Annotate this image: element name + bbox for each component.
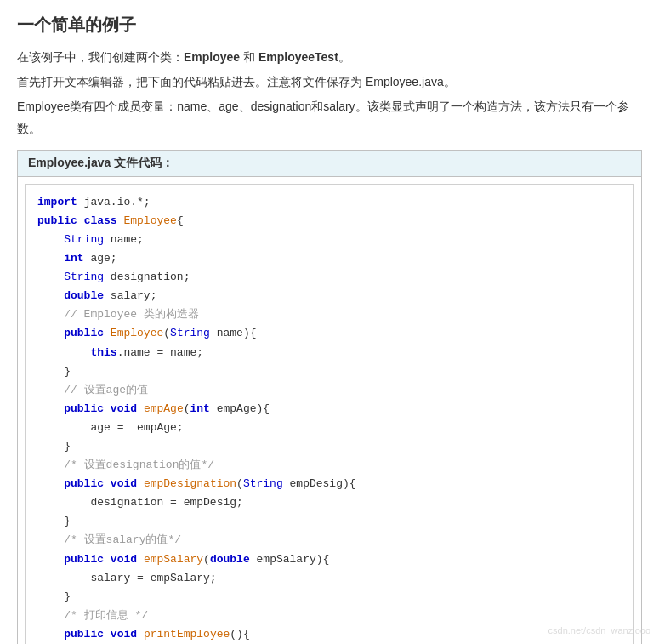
code-line: public class Employee{ [37,212,622,231]
code-block: import java.io.*; public class Employee{… [25,184,634,644]
code-line: public void empSalary(double empSalary){ [37,550,622,569]
code-line: public Employee(String name){ [37,324,622,343]
code-section: Employee.java 文件代码： import java.io.*; pu… [17,150,642,644]
intro-line1: 在该例子中，我们创建两个类：Employee 和 EmployeeTest。 [17,47,642,68]
code-line: this.name = name; [37,344,622,362]
code-line: // Employee 类的构造器 [37,305,622,324]
code-line: int age; [37,249,622,268]
code-line: public void printEmployee(){ [37,625,622,644]
code-line: age = empAge; [37,419,622,437]
page-title: 一个简单的例子 [17,14,642,37]
intro-line3: Employee类有四个成员变量：name、age、designation和sa… [17,96,642,139]
code-line: double salary; [37,287,622,305]
code-line: } [37,437,622,456]
code-line: String designation; [37,268,622,287]
code-line: /* 设置designation的值*/ [37,456,622,475]
code-line: } [37,362,622,381]
code-line: String name; [37,231,622,249]
intro-line2: 首先打开文本编辑器，把下面的代码粘贴进去。注意将文件保存为 Employee.j… [17,71,642,93]
watermark: csdn.net/csdn_wanziooo [548,625,650,635]
code-line: salary = empSalary; [37,569,622,588]
code-line: } [37,512,622,531]
code-line: /* 设置salary的值*/ [37,531,622,550]
code-line: public void empAge(int empAge){ [37,400,622,419]
code-line: /* 打印信息 */ [37,607,622,625]
code-line: public void empDesignation(String empDes… [37,475,622,493]
code-section-header: Employee.java 文件代码： [18,151,641,177]
code-line: import java.io.*; [37,193,622,212]
code-line: // 设置age的值 [37,381,622,400]
code-line: designation = empDesig; [37,493,622,512]
code-line: } [37,588,622,607]
